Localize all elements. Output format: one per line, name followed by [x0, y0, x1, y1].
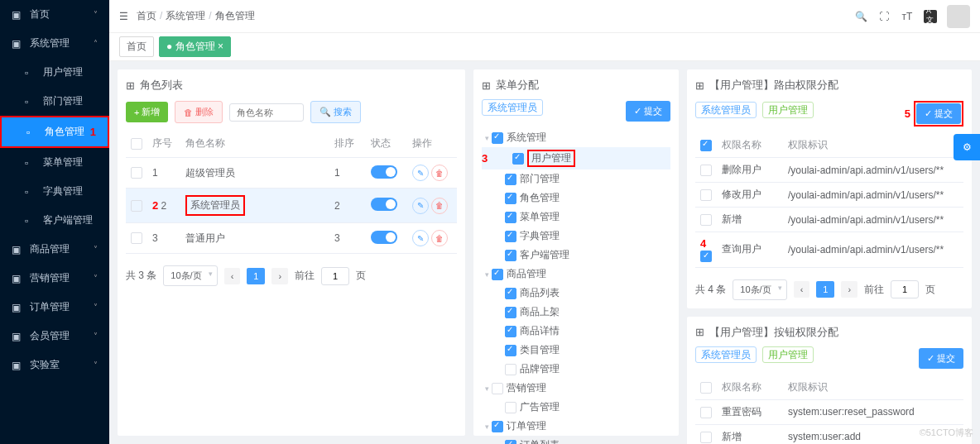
checkbox-all[interactable]: [700, 382, 712, 394]
caret-icon[interactable]: ▾: [482, 134, 492, 142]
breadcrumb-item[interactable]: 首页: [137, 10, 156, 21]
delete-button[interactable]: 🗑: [431, 230, 448, 246]
row-checkbox[interactable]: [700, 251, 712, 262]
row-checkbox[interactable]: [700, 214, 712, 226]
row-checkbox[interactable]: [700, 407, 712, 418]
status-switch[interactable]: [371, 165, 397, 179]
prev-page[interactable]: ‹: [224, 268, 241, 284]
tree-checkbox[interactable]: [505, 364, 516, 375]
prev-page[interactable]: ‹: [794, 281, 810, 298]
sidebar-item[interactable]: ▣会员管理˅: [0, 322, 109, 351]
sidebar-item[interactable]: ▣系统管理˄: [0, 29, 109, 58]
tree-checkbox[interactable]: [512, 153, 524, 165]
sidebar-sub-item[interactable]: ▫客户端管理: [0, 206, 109, 235]
caret-icon[interactable]: ▾: [482, 423, 492, 431]
tree-checkbox[interactable]: [505, 288, 516, 299]
status-switch[interactable]: [371, 231, 397, 244]
lang-icon[interactable]: A文: [924, 10, 937, 23]
hamburger-icon[interactable]: ☰: [119, 11, 128, 22]
sidebar-sub-item[interactable]: ▫菜单管理: [0, 148, 109, 177]
checkbox-all[interactable]: [131, 138, 142, 150]
delete-button[interactable]: 🗑 删除: [175, 101, 223, 123]
tree-node[interactable]: 部门管理: [482, 169, 670, 189]
table-row[interactable]: 1 超级管理员 1 ✎🗑: [126, 158, 457, 189]
settings-gear-icon[interactable]: ⚙: [954, 134, 980, 160]
tree-node[interactable]: ▾ 商品管理: [482, 265, 670, 284]
next-page[interactable]: ›: [841, 281, 858, 298]
tree-node[interactable]: 商品详情: [482, 322, 670, 341]
sidebar-item[interactable]: ▣商品管理˅: [0, 235, 109, 264]
tree-node[interactable]: 字典管理: [482, 227, 670, 246]
edit-button[interactable]: ✎: [412, 230, 429, 246]
tree-checkbox[interactable]: [505, 440, 516, 445]
table-row[interactable]: 修改用户 /youlai-admin/api.admin/v1/users/**: [695, 183, 963, 208]
sidebar-sub-item[interactable]: ▫字典管理: [0, 177, 109, 206]
status-switch[interactable]: [371, 198, 397, 211]
submit-route-button[interactable]: ✓ 提交: [916, 103, 961, 124]
page-size-select[interactable]: 10条/页: [163, 265, 217, 286]
sidebar-item[interactable]: ▣首页˅: [0, 0, 109, 29]
row-checkbox[interactable]: [131, 200, 142, 212]
edit-button[interactable]: ✎: [412, 165, 429, 181]
tree-checkbox[interactable]: [505, 174, 516, 185]
tree-checkbox[interactable]: [505, 212, 516, 223]
delete-button[interactable]: 🗑: [431, 198, 448, 214]
page-1[interactable]: 1: [816, 281, 834, 298]
submit-menu-button[interactable]: ✓ 提交: [626, 101, 670, 122]
font-size-icon[interactable]: тT: [901, 10, 914, 23]
tree-node[interactable]: ▾ 订单管理: [482, 417, 670, 436]
search-icon[interactable]: 🔍: [854, 10, 867, 23]
sidebar-sub-item[interactable]: ▫部门管理: [0, 87, 109, 116]
row-checkbox[interactable]: [131, 232, 142, 244]
breadcrumb-item[interactable]: 系统管理: [166, 10, 205, 21]
tree-checkbox[interactable]: [505, 193, 516, 204]
tree-node[interactable]: 3 用户管理: [482, 147, 670, 169]
tree-node[interactable]: 类目管理: [482, 341, 670, 360]
tree-checkbox[interactable]: [505, 326, 516, 337]
tree-node[interactable]: 商品列表: [482, 284, 670, 303]
fullscreen-icon[interactable]: ⛶: [877, 10, 891, 23]
table-row[interactable]: 新增 /youlai-admin/api.admin/v1/users/**: [695, 208, 963, 232]
role-name-input[interactable]: [229, 103, 304, 122]
edit-button[interactable]: ✎: [412, 198, 429, 214]
row-checkbox[interactable]: [700, 432, 712, 443]
tree-node[interactable]: ▾ 系统管理: [482, 128, 670, 147]
tree-checkbox[interactable]: [492, 383, 503, 394]
delete-button[interactable]: 🗑: [431, 165, 448, 181]
goto-input[interactable]: [321, 267, 349, 285]
tab[interactable]: 首页: [119, 36, 154, 57]
sidebar-item[interactable]: ▣订单管理˅: [0, 293, 109, 322]
tree-node[interactable]: 菜单管理: [482, 208, 670, 227]
table-row[interactable]: 4 查询用户 /youlai-admin/api.admin/v1/users/…: [695, 232, 963, 268]
sidebar-sub-item[interactable]: ▫用户管理: [0, 58, 109, 87]
avatar[interactable]: [947, 5, 970, 28]
tree-node[interactable]: ▾ 营销管理: [482, 379, 670, 398]
tree-node[interactable]: 品牌管理: [482, 360, 670, 379]
caret-icon[interactable]: ▾: [482, 384, 492, 393]
table-row[interactable]: 2 2 系统管理员 2 ✎🗑: [126, 189, 457, 223]
row-checkbox[interactable]: [700, 165, 712, 176]
tree-node[interactable]: 广告管理: [482, 398, 670, 417]
tree-node[interactable]: 角色管理: [482, 189, 670, 208]
add-button[interactable]: + 新增: [126, 102, 168, 122]
search-button[interactable]: 🔍 搜索: [310, 101, 361, 123]
tree-node[interactable]: 客户端管理: [482, 246, 670, 265]
submit-button-perm[interactable]: ✓ 提交: [919, 348, 963, 369]
checkbox-all[interactable]: [700, 140, 712, 151]
caret-icon[interactable]: ▾: [482, 270, 492, 279]
table-row[interactable]: 删除用户 /youlai-admin/api.admin/v1/users/**: [695, 158, 963, 183]
tree-checkbox[interactable]: [492, 132, 503, 144]
tree-checkbox[interactable]: [505, 402, 516, 413]
tree-checkbox[interactable]: [505, 307, 516, 318]
page-size-select[interactable]: 10条/页: [733, 279, 786, 300]
tree-node[interactable]: 商品上架: [482, 303, 670, 322]
table-row[interactable]: 重置密码 system:user:reset_password: [695, 399, 963, 424]
tree-checkbox[interactable]: [505, 250, 516, 261]
page-1[interactable]: 1: [247, 268, 265, 284]
row-checkbox[interactable]: [700, 189, 712, 201]
tree-node[interactable]: 订单列表: [482, 436, 670, 444]
goto-input[interactable]: [891, 280, 919, 298]
tree-checkbox[interactable]: [492, 269, 503, 280]
tree-checkbox[interactable]: [492, 421, 503, 432]
tab[interactable]: ● 角色管理 ×: [159, 36, 231, 57]
